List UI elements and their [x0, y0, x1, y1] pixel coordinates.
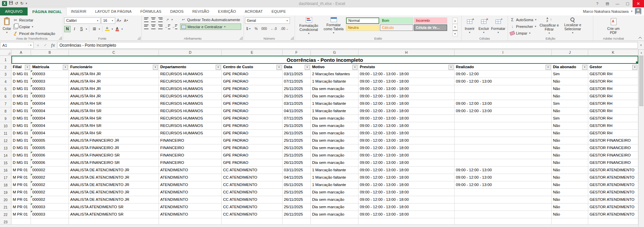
cell-F13[interactable]: 26/11/2025 [283, 144, 311, 152]
row-header-15[interactable]: 15 [0, 159, 11, 167]
find-select-dropdown-icon[interactable]: ▼ [572, 31, 574, 35]
copy-button[interactable]: Copiar ▼ [12, 24, 56, 30]
cell-G22[interactable]: Dia sem marcação [311, 211, 358, 218]
bold-button[interactable]: N [64, 26, 71, 32]
cell-C16[interactable]: ANALISTA DE ATENCIMENTO JR [69, 167, 159, 174]
cell-C7[interactable]: ANALISTA RH SR [69, 100, 159, 107]
cell-B8[interactable]: 000004 [31, 107, 69, 115]
filter-button-motivo[interactable]: ▼ [352, 65, 357, 70]
gallery-scroll-up-icon[interactable]: ▲ [453, 17, 458, 24]
header-cell-departamento[interactable]: Departamento▼ [159, 64, 222, 71]
filter-button-matricula[interactable]: ▼ [63, 65, 68, 70]
cell-E13[interactable]: GPE PADRAO [222, 144, 283, 152]
row-header-6[interactable]: 6 [0, 93, 11, 100]
cell-K5[interactable]: GESTOR RH [588, 85, 638, 93]
format-painter-button[interactable]: Pincel de Formatação [12, 30, 56, 37]
cell-J13[interactable]: Não [552, 144, 588, 152]
cell-G6[interactable]: Dia sem marcação [311, 93, 358, 100]
cancel-entry-icon[interactable]: × [34, 43, 42, 47]
cell-B12[interactable]: 000005 [31, 137, 69, 144]
save-button[interactable] [9, 1, 13, 6]
insert-function-icon[interactable]: ƒx [49, 43, 56, 48]
tab-arquivo[interactable]: ARQUIVO [0, 7, 28, 15]
cell-J10[interactable]: Não [552, 122, 588, 130]
cell-A7[interactable]: D MG 01 [11, 100, 31, 107]
cell-B21[interactable]: 000003 [31, 203, 69, 211]
cell-J14[interactable]: Não [552, 152, 588, 159]
redo-button[interactable]: ↻ [20, 1, 24, 6]
cell-B20[interactable]: 000002 [31, 196, 69, 203]
align-left-button[interactable] [143, 24, 150, 30]
cell-style-celula-de-verificacao[interactable]: Célula de Ve... [414, 25, 447, 31]
cell-G4[interactable]: 1 Marcação faltante [311, 78, 358, 85]
header-cell-dia-abonado[interactable]: Dia abonado▼ [552, 64, 588, 71]
cell-G7[interactable]: 1 Marcação faltante [311, 100, 358, 107]
cell-B10[interactable]: 000004 [31, 122, 69, 130]
cell-E10[interactable]: GPE PADRAO [222, 122, 283, 130]
cell-style-incorreto[interactable]: Incorreto [414, 17, 447, 24]
cell-J22[interactable]: Não [552, 211, 588, 218]
cell-A17[interactable]: M PR 01 [11, 174, 31, 181]
cell-C8[interactable]: ANALISTA RH SR [69, 107, 159, 115]
cell-style-calculo[interactable]: Cálculo [380, 25, 413, 31]
close-button[interactable]: ✕ [633, 0, 644, 7]
cell-B16[interactable]: 000002 [31, 167, 69, 174]
cell-B22[interactable]: 000003 [31, 211, 69, 218]
scroll-up-icon[interactable]: ▲ [639, 50, 644, 56]
wrap-text-button[interactable]: ↩ Quebrar Texto Automaticamente [180, 16, 241, 23]
cell-A22[interactable]: M PR 01 [11, 211, 31, 218]
cell-D11[interactable]: RECURSOS HUMANOS [159, 130, 222, 137]
cell-K6[interactable]: GESTOR RH [588, 93, 638, 100]
cell-D6[interactable]: RECURSOS HUMANOS [159, 93, 222, 100]
cell-C10[interactable]: ANALISTA RH SR [69, 122, 159, 130]
cell-F12[interactable]: 25/11/2025 [283, 137, 311, 144]
cut-button[interactable]: ✂ Recortar [12, 17, 56, 23]
column-header-D[interactable]: D [159, 50, 222, 55]
cell-J5[interactable]: Não [552, 85, 588, 93]
cell-E21[interactable]: CC ATENDIMENTO [222, 203, 283, 211]
cell-I21[interactable] [455, 203, 552, 211]
tab-acrobat[interactable]: ACROBAT [240, 8, 267, 15]
row-header-5[interactable]: 5 [0, 85, 11, 93]
column-header-A[interactable]: A [11, 50, 31, 55]
cell-C18[interactable]: ANALISTA DE ATENCIMENTO JR [69, 181, 159, 189]
cell-I11[interactable] [455, 130, 552, 137]
cell-C13[interactable]: ANALISTA FINANCEIRO JR [69, 144, 159, 152]
cell-C22[interactable]: ANALISTA ATENDIMENTO SR [69, 211, 159, 218]
cell-J9[interactable]: Sim [552, 115, 588, 122]
autosum-dropdown-icon[interactable]: ▼ [534, 18, 536, 21]
cell-H16[interactable]: 09:00 - 12:00 - 13:00 - 18:00 [358, 167, 455, 174]
excel-app-icon[interactable]: X [2, 1, 7, 6]
cell-H8[interactable]: 09:00 - 12:00 - 13:00 - 18:00 [358, 107, 455, 115]
insert-cells-button[interactable]: + Inserir ▼ [463, 16, 477, 35]
cell-F18[interactable]: 05/11/2025 [283, 181, 311, 189]
cell-I8[interactable]: 09:00 - 12:00 - 13:00 [455, 107, 552, 115]
fill-dropdown-icon[interactable]: ▼ [534, 25, 536, 28]
font-color-button[interactable]: A [114, 26, 120, 32]
cell-I17[interactable]: 09:00 - 12:00 - 13:00 [455, 174, 552, 181]
borders-dropdown-icon[interactable]: ▼ [98, 28, 100, 30]
header-cell-previsto[interactable]: Previsto▼ [358, 64, 455, 71]
cell-E4[interactable]: GPE PADRAO [222, 78, 283, 85]
cell-J21[interactable]: Não [552, 203, 588, 211]
cell-B4[interactable]: 000003 [31, 78, 69, 85]
cell-J11[interactable]: Não [552, 130, 588, 137]
insert-dropdown-icon[interactable]: ▼ [469, 31, 471, 35]
cell-G5[interactable]: Dia sem marcação [311, 85, 358, 93]
cell-H18[interactable]: 09:00 - 12:00 - 13:00 - 18:00 [358, 181, 455, 189]
cell-C14[interactable]: ANALISTA FINANCEIRO SR [69, 152, 159, 159]
cell-D14[interactable]: FINANCEIRO [159, 152, 222, 159]
copy-dropdown-icon[interactable]: ▼ [32, 26, 34, 28]
cell-B17[interactable]: 000002 [31, 174, 69, 181]
help-button[interactable]: ? [592, 0, 602, 7]
clipboard-dialog-launcher-icon[interactable] [59, 37, 62, 40]
cell-E3[interactable]: GPE PADRAO [222, 71, 283, 78]
orientation-button[interactable]: ↗ [164, 16, 171, 23]
cell-E12[interactable]: GPE PADRAO [222, 137, 283, 144]
number-format-dropdown-icon[interactable]: ▼ [285, 19, 290, 22]
cell-D4[interactable]: RECURSOS HUMANOS [159, 78, 222, 85]
row-header-1[interactable]: 1 [0, 56, 11, 64]
row-header-20[interactable]: 20 [0, 196, 11, 203]
cell-G9[interactable]: Dia sem marcação [311, 115, 358, 122]
cell-C15[interactable]: ANALISTA FINANCEIRO SR [69, 159, 159, 167]
